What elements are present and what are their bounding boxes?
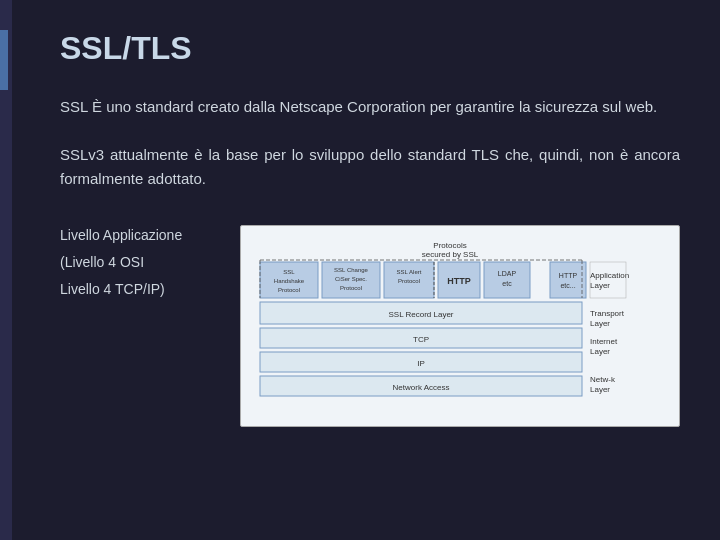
- paragraph-2: SSLv3 attualmente è la base per lo svilu…: [60, 143, 680, 191]
- svg-text:Layer: Layer: [590, 319, 610, 328]
- svg-text:Transport: Transport: [590, 309, 625, 318]
- svg-text:Protocol: Protocol: [340, 285, 362, 291]
- svg-text:Protocol: Protocol: [278, 287, 300, 293]
- ssl-diagram: Protocols secured by SSL SSL Handshake P…: [240, 225, 680, 427]
- svg-text:TCP: TCP: [413, 335, 429, 344]
- svg-text:Protocol: Protocol: [398, 278, 420, 284]
- slide: SSL/TLS SSL È uno standard creato dalla …: [0, 0, 720, 540]
- svg-text:etc...: etc...: [560, 282, 575, 289]
- svg-text:SSL: SSL: [283, 269, 295, 275]
- svg-text:Internet: Internet: [590, 337, 618, 346]
- svg-text:secured by SSL: secured by SSL: [422, 250, 479, 259]
- svg-text:Layer: Layer: [590, 385, 610, 394]
- svg-text:LDAP: LDAP: [498, 270, 517, 277]
- paragraph-1: SSL È uno standard creato dalla Netscape…: [60, 95, 680, 119]
- svg-text:CiSer Spec.: CiSer Spec.: [335, 276, 367, 282]
- svg-text:Application: Application: [590, 271, 629, 280]
- label-tcp-layer: Livello 4 TCP/IP): [60, 279, 220, 300]
- svg-text:SSL Record Layer: SSL Record Layer: [388, 310, 453, 319]
- level-labels: Livello Applicazione (Livello 4 OSI Live…: [60, 225, 220, 300]
- svg-text:IP: IP: [417, 359, 425, 368]
- svg-text:Layer: Layer: [590, 281, 610, 290]
- svg-text:etc: etc: [502, 280, 512, 287]
- svg-text:HTTP: HTTP: [559, 272, 578, 279]
- content-area: Livello Applicazione (Livello 4 OSI Live…: [60, 225, 680, 427]
- svg-text:Network Access: Network Access: [393, 383, 450, 392]
- blue-accent-bar: [0, 30, 8, 90]
- diagram-svg: Protocols secured by SSL SSL Handshake P…: [249, 234, 671, 414]
- svg-text:HTTP: HTTP: [447, 276, 471, 286]
- label-osi-layer: (Livello 4 OSI: [60, 252, 220, 273]
- label-app-layer: Livello Applicazione: [60, 225, 220, 246]
- svg-text:SSL Change: SSL Change: [334, 267, 368, 273]
- svg-text:Handshake: Handshake: [274, 278, 305, 284]
- svg-text:SSL Alert: SSL Alert: [397, 269, 422, 275]
- svg-rect-22: [550, 262, 586, 298]
- svg-text:Protocols: Protocols: [433, 241, 466, 250]
- slide-title: SSL/TLS: [60, 30, 680, 67]
- svg-text:Layer: Layer: [590, 347, 610, 356]
- svg-text:Netw-k: Netw-k: [590, 375, 616, 384]
